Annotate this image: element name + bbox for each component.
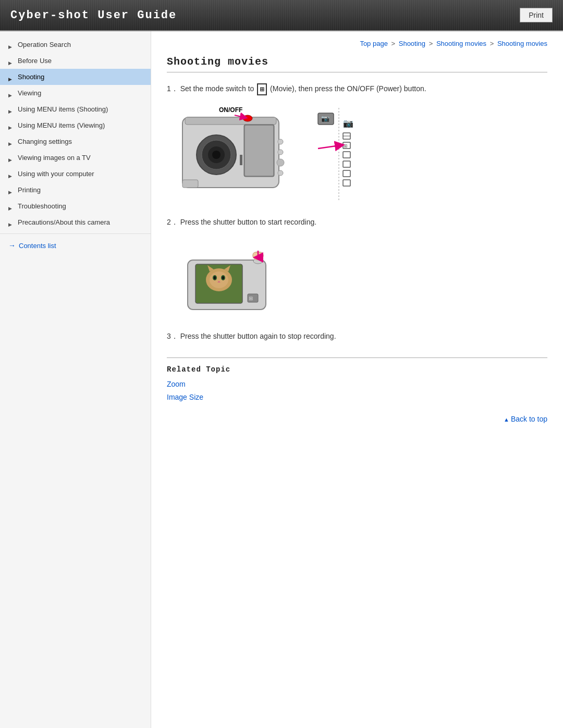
svg-point-9 xyxy=(243,115,252,121)
sidebar-item-label: Printing xyxy=(18,186,41,194)
svg-rect-2 xyxy=(185,117,276,125)
svg-text:⊞: ⊞ xyxy=(344,143,348,149)
sidebar-item-label: Operation Search xyxy=(18,41,71,48)
sidebar-item-menu-shooting[interactable]: Using MENU items (Shooting) xyxy=(0,101,151,117)
svg-point-13 xyxy=(277,159,284,166)
camera-diagram-2: ⊞ xyxy=(167,234,547,320)
related-topic: Related Topic Zoom Image Size xyxy=(167,357,547,404)
sidebar-item-label: Shooting xyxy=(18,73,44,81)
sidebar-item-label: Precautions/About this camera xyxy=(18,218,110,226)
sidebar-item-operation-search[interactable]: Operation Search xyxy=(0,36,151,53)
sidebar-item-label: Viewing xyxy=(18,89,41,97)
sidebar-item-label: Viewing images on a TV xyxy=(18,154,91,162)
sidebar-item-shooting[interactable]: Shooting xyxy=(0,69,151,85)
breadcrumb-sep-2: > xyxy=(429,40,435,47)
related-topic-title: Related Topic xyxy=(167,365,547,374)
breadcrumb: Top page > Shooting > Shooting movies > … xyxy=(167,40,547,47)
arrow-right-icon: → xyxy=(8,241,16,250)
arrow-icon xyxy=(8,188,14,193)
svg-text:📷: 📷 xyxy=(321,114,330,123)
sidebar-item-label: Using MENU items (Viewing) xyxy=(18,121,105,129)
sidebar-item-label: Using with your computer xyxy=(18,170,94,178)
contents-list-label: Contents list xyxy=(19,242,56,250)
svg-point-12 xyxy=(278,150,283,155)
sidebar-item-printing[interactable]: Printing xyxy=(0,182,151,198)
sidebar-item-viewing-tv[interactable]: Viewing images on a TV xyxy=(0,150,151,166)
breadcrumb-sep-3: > xyxy=(490,40,496,47)
svg-point-14 xyxy=(278,170,283,176)
svg-rect-27 xyxy=(343,170,350,177)
sidebar-item-before-use[interactable]: Before Use xyxy=(0,53,151,69)
related-link-zoom[interactable]: Zoom xyxy=(167,378,547,391)
svg-point-37 xyxy=(222,276,224,279)
header: Cyber-shot User Guide Print xyxy=(0,0,563,31)
app-title: Cyber-shot User Guide xyxy=(0,9,177,22)
step-3: 3． Press the shutter button again to sto… xyxy=(167,330,547,342)
step-1-text: 1． Set the mode switch to ⊞ (Movie), the… xyxy=(167,83,547,95)
sidebar-item-label: Troubleshooting xyxy=(18,202,66,210)
arrow-icon xyxy=(8,171,14,177)
print-button[interactable]: Print xyxy=(520,8,553,22)
arrow-icon xyxy=(8,123,14,128)
back-to-top-link[interactable]: Back to top xyxy=(504,415,547,423)
arrow-icon xyxy=(8,220,14,225)
breadcrumb-shooting[interactable]: Shooting xyxy=(399,40,425,47)
sidebar-item-label: Changing settings xyxy=(18,138,72,145)
step-1: 1． Set the mode switch to ⊞ (Movie), the… xyxy=(167,83,547,207)
arrow-icon xyxy=(8,58,14,64)
step-3-text: Press the shutter button again to stop r… xyxy=(180,332,336,340)
arrow-icon xyxy=(8,75,14,80)
back-to-top-row: Back to top xyxy=(167,415,547,423)
svg-rect-25 xyxy=(343,152,350,158)
arrow-icon xyxy=(8,42,14,47)
page-layout: Operation Search Before Use Shooting Vie… xyxy=(0,31,563,728)
svg-rect-15 xyxy=(240,155,242,165)
contents-list-link[interactable]: → Contents list xyxy=(0,237,151,254)
sidebar-item-label: Before Use xyxy=(18,57,52,65)
camera-body-svg: ON/OFF xyxy=(167,103,302,207)
sidebar-item-troubleshooting[interactable]: Troubleshooting xyxy=(0,198,151,214)
breadcrumb-shooting-movies-1[interactable]: Shooting movies xyxy=(436,40,486,47)
svg-point-36 xyxy=(214,276,216,279)
page-title: Shooting movies xyxy=(167,56,547,72)
svg-point-6 xyxy=(212,151,221,159)
arrow-icon xyxy=(8,155,14,161)
camera-diagram-1: ON/OFF xyxy=(167,103,547,207)
mode-switch-svg: 📷 📷 ⊞ xyxy=(313,103,375,207)
arrow-icon xyxy=(8,204,14,209)
svg-rect-16 xyxy=(182,180,198,188)
sidebar-item-menu-viewing[interactable]: Using MENU items (Viewing) xyxy=(0,117,151,133)
sidebar-item-viewing[interactable]: Viewing xyxy=(0,85,151,101)
breadcrumb-sep-1: > xyxy=(391,40,397,47)
svg-text:⊞: ⊞ xyxy=(249,295,253,301)
svg-text:📷: 📷 xyxy=(343,118,353,128)
sidebar-item-using-computer[interactable]: Using with your computer xyxy=(0,166,151,182)
svg-point-33 xyxy=(210,272,228,288)
step2-camera-svg: ⊞ xyxy=(167,234,287,317)
arrow-icon xyxy=(8,139,14,144)
related-link-image-size[interactable]: Image Size xyxy=(167,391,547,404)
step-2-number: 2． xyxy=(167,218,178,226)
main-content: Top page > Shooting > Shooting movies > … xyxy=(151,31,563,728)
sidebar-divider xyxy=(0,233,151,234)
arrow-icon xyxy=(8,107,14,112)
step-2-text: 2． Press the shutter button to start rec… xyxy=(167,216,547,228)
svg-rect-28 xyxy=(343,180,350,186)
step-2: 2． Press the shutter button to start rec… xyxy=(167,216,547,321)
movie-mode-icon: ⊞ xyxy=(257,83,267,96)
step-3-number: 3． xyxy=(167,332,178,340)
svg-text:ON/OFF: ON/OFF xyxy=(219,106,242,114)
sidebar-item-precautions[interactable]: Precautions/About this camera xyxy=(0,214,151,230)
sidebar: Operation Search Before Use Shooting Vie… xyxy=(0,31,151,728)
svg-rect-26 xyxy=(343,161,350,167)
svg-point-11 xyxy=(278,139,283,144)
svg-rect-8 xyxy=(245,126,273,176)
step-1-number: 1． xyxy=(167,84,178,93)
breadcrumb-top-page[interactable]: Top page xyxy=(360,40,388,47)
svg-line-29 xyxy=(318,145,340,149)
arrow-icon xyxy=(8,91,14,96)
breadcrumb-shooting-movies-2[interactable]: Shooting movies xyxy=(497,40,547,47)
sidebar-item-changing-settings[interactable]: Changing settings xyxy=(0,133,151,150)
sidebar-item-label: Using MENU items (Shooting) xyxy=(18,105,108,113)
